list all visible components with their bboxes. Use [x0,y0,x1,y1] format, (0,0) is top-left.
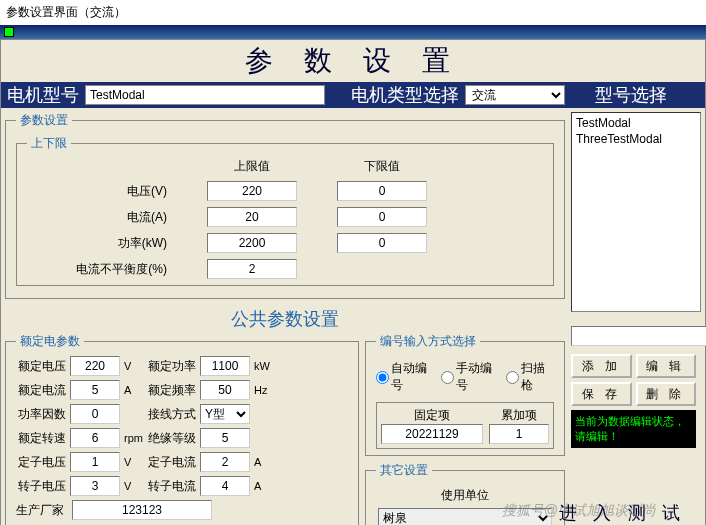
imbalance-limit-label: 电流不平衡度(%) [67,259,167,279]
status-message: 当前为数据编辑状态，请编辑！ [571,410,696,448]
app-icon [4,27,14,37]
other-settings-legend: 其它设置 [376,462,432,479]
insulation-label: 绝缘等级 [146,430,196,447]
voltage-limit-label: 电压(V) [67,181,167,201]
edit-button[interactable]: 编 辑 [636,354,697,378]
param-settings-legend: 参数设置 [16,112,72,129]
manufacturer-input[interactable] [72,500,212,520]
voltage-lower-input[interactable] [337,181,427,201]
rated-freq-label: 额定频率 [146,382,196,399]
model-label: 电机型号 [1,83,85,107]
add-button[interactable]: 添 加 [571,354,632,378]
rotor-current-input[interactable] [200,476,250,496]
param-settings-group: 参数设置 上下限 上限值 下限值 电压(V) 电流(A) 功率(kW) [5,112,565,299]
rated-speed-input[interactable] [70,428,120,448]
rated-power-label: 额定功率 [146,358,196,375]
wiring-select[interactable]: Y型 [200,404,250,424]
public-params-title: 公共参数设置 [5,305,565,333]
insulation-input[interactable] [200,428,250,448]
voltage-upper-input[interactable] [207,181,297,201]
delete-button[interactable]: 删 除 [636,382,697,406]
limits-legend: 上下限 [27,135,71,152]
rated-params-legend: 额定电参数 [16,333,84,350]
scan-number-radio[interactable]: 扫描枪 [506,360,554,394]
rated-freq-input[interactable] [200,380,250,400]
model-listbox[interactable]: TestModal ThreeTestModal [571,112,701,312]
rotor-voltage-input[interactable] [70,476,120,496]
use-unit-select[interactable]: 树泉 [378,508,552,525]
model-input[interactable] [85,85,325,105]
rated-current-label: 额定电流 [16,382,66,399]
current-lower-input[interactable] [337,207,427,227]
search-input[interactable] [571,326,706,346]
power-lower-input[interactable] [337,233,427,253]
power-factor-label: 功率因数 [16,406,66,423]
stator-current-input[interactable] [200,452,250,472]
acc-item-label: 累加项 [489,407,549,424]
current-limit-label: 电流(A) [67,207,167,227]
main-title: 参 数 设 置 [1,40,705,82]
page-caption: 参数设置界面（交流） [0,0,706,25]
lower-header: 下限值 [337,158,427,175]
header-bar: 电机型号 电机类型选择 交流 型号选择 [1,82,705,108]
save-button[interactable]: 保 存 [571,382,632,406]
manufacturer-label: 生产厂家 [16,502,64,519]
imbalance-upper-input[interactable] [207,259,297,279]
stator-voltage-input[interactable] [70,452,120,472]
rated-voltage-label: 额定电压 [16,358,66,375]
current-upper-input[interactable] [207,207,297,227]
stator-voltage-label: 定子电压 [16,454,66,471]
type-label: 电机类型选择 [345,83,465,107]
other-settings-group: 其它设置 使用单位 树泉 [365,462,565,525]
rated-speed-label: 额定转速 [16,430,66,447]
enter-test-button[interactable]: 进 入 测 试 [559,501,687,525]
rated-voltage-input[interactable] [70,356,120,376]
fixed-item-input[interactable] [381,424,483,444]
type-select[interactable]: 交流 [465,85,565,105]
rated-power-input[interactable] [200,356,250,376]
rotor-voltage-label: 转子电压 [16,478,66,495]
list-item[interactable]: TestModal [574,115,698,131]
auto-number-radio[interactable]: 自动编号 [376,360,435,394]
numbering-group: 编号输入方式选择 自动编号 手动编号 扫描枪 固定项 [365,333,565,456]
window-titlebar [0,25,706,39]
power-upper-input[interactable] [207,233,297,253]
rated-params-group: 额定电参数 额定电压 V 额定功率 kW 额定电流 A 额定频率 Hz [5,333,359,525]
wiring-label: 接线方式 [146,406,196,423]
power-limit-label: 功率(kW) [67,233,167,253]
upper-header: 上限值 [207,158,297,175]
limits-group: 上下限 上限值 下限值 电压(V) 电流(A) 功率(kW) [16,135,554,286]
acc-item-input[interactable] [489,424,549,444]
numbering-legend: 编号输入方式选择 [376,333,480,350]
stator-current-label: 定子电流 [146,454,196,471]
list-item[interactable]: ThreeTestModal [574,131,698,147]
fixed-item-label: 固定项 [381,407,483,424]
power-factor-input[interactable] [70,404,120,424]
rated-current-input[interactable] [70,380,120,400]
side-title: 型号选择 [565,83,697,107]
rotor-current-label: 转子电流 [146,478,196,495]
manual-number-radio[interactable]: 手动编号 [441,360,500,394]
use-unit-label: 使用单位 [378,487,552,504]
